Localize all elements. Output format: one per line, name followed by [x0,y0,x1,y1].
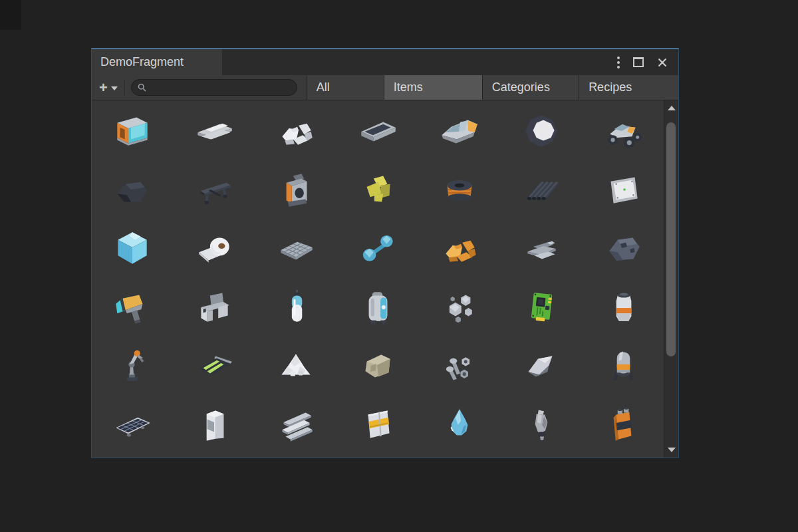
metal-plates-icon [192,109,236,153]
item-fabricator[interactable] [255,160,337,219]
item-rover[interactable] [582,102,664,160]
tab-recipes[interactable]: Recipes [579,75,678,100]
item-fabric-roll[interactable] [174,219,255,277]
search-box[interactable] [131,79,297,96]
wire-spool-icon [438,168,481,211]
toolbar-divider [124,80,125,96]
escape-capsule-icon [601,343,645,387]
item-shuttle-cockpit[interactable] [418,102,500,160]
water-drop-icon [438,402,481,446]
copper-ore-icon [438,226,481,270]
scrollbar-thumb[interactable] [666,122,676,356]
coal-chunk-icon [110,168,154,211]
bolts-and-nuts-icon [438,343,481,387]
maximize-icon[interactable] [633,57,644,67]
storage-locker-icon [192,402,236,446]
rover-icon [601,109,645,153]
plus-icon: + [99,81,108,94]
fabric-roll-icon [192,226,236,270]
sulfur-crystal-icon [356,168,400,211]
scroll-down-arrow-icon[interactable] [668,448,676,452]
item-conveyor-belt[interactable] [337,102,419,160]
item-wheel-disc[interactable] [500,102,582,160]
kebab-menu-icon[interactable] [617,57,620,68]
conveyor-belt-icon [356,109,400,153]
item-asteroid[interactable] [582,219,664,277]
item-grid-area [92,100,678,458]
fabricator-icon [274,168,318,211]
item-bolts-and-nuts[interactable] [418,336,500,394]
item-console-desk[interactable] [174,277,255,336]
rock-debris-icon [274,109,318,153]
item-solar-panel[interactable] [92,394,174,453]
item-control-panel[interactable] [582,160,664,219]
item-pipes[interactable] [500,160,582,219]
item-cart-frame[interactable] [174,160,255,219]
item-scanner-tool[interactable] [92,277,174,336]
life-support-pack-icon [356,285,400,329]
window-titlebar: DemoFragment [92,49,678,75]
robotic-arm-icon [110,343,154,387]
item-scrap-sack[interactable] [500,394,582,453]
fuel-canister-icon [601,285,645,329]
item-copper-ore[interactable] [418,219,500,277]
tab-categories[interactable]: Categories [482,75,579,100]
close-icon[interactable] [657,57,668,68]
editor-window: DemoFragment + AllItemsCatego [91,48,679,458]
tab-items[interactable]: Items [384,75,482,100]
item-stone-shard[interactable] [500,336,582,394]
item-floor-grate[interactable] [255,219,337,277]
scroll-up-arrow-icon[interactable] [668,106,676,110]
vertical-scrollbar[interactable] [664,100,678,458]
circuit-board-icon [519,285,563,329]
item-storage-locker[interactable] [174,394,255,453]
floor-grate-icon [274,226,318,270]
item-coal-chunk[interactable] [92,160,174,219]
item-sulfur-crystal[interactable] [337,160,419,219]
item-fuel-canister[interactable] [582,277,664,336]
oxygen-tank-icon [274,285,318,329]
item-life-support-pack[interactable] [337,277,419,336]
battery-icon [601,402,645,446]
light-panel-icon [192,343,236,387]
item-wall-panel[interactable] [337,394,419,453]
search-input[interactable] [150,82,291,93]
item-gravel-pebbles[interactable] [418,277,500,336]
window-controls [617,49,678,75]
filter-tabs: AllItemsCategoriesRecipes [307,75,678,100]
item-salt-pile[interactable] [255,336,337,394]
solar-panel-icon [110,402,154,446]
wheel-disc-icon [519,109,563,153]
add-button[interactable]: + [99,81,118,94]
item-water-drop[interactable] [418,394,500,453]
item-oxygen-tank[interactable] [255,277,337,336]
item-escape-capsule[interactable] [582,336,664,394]
asteroid-icon [601,226,645,270]
blue-dumbbell-icon [356,226,400,270]
item-printer-box[interactable] [92,102,174,160]
item-wire-spool[interactable] [418,160,500,219]
window-tab-demofragment[interactable]: DemoFragment [92,49,222,75]
item-ice-cube[interactable] [92,219,174,277]
items-grid [92,100,664,458]
item-light-panel[interactable] [174,336,255,394]
item-rock-debris[interactable] [255,102,337,160]
tab-all[interactable]: All [307,75,384,100]
cart-frame-icon [192,168,236,211]
item-blue-dumbbell[interactable] [337,219,419,277]
item-circuit-board[interactable] [500,277,582,336]
wall-panel-icon [356,402,400,446]
item-steel-beams[interactable] [255,394,337,453]
chevron-down-icon [111,86,118,90]
item-metal-plates[interactable] [174,102,255,160]
item-battery[interactable] [582,394,664,453]
item-robotic-arm[interactable] [92,336,174,394]
toolbar: + AllItemsCategoriesRecipes [92,75,678,100]
stone-shard-icon [519,343,563,387]
stone-slabs-icon [519,226,563,270]
steel-beams-icon [274,402,318,446]
gravel-pebbles-icon [438,285,481,329]
item-stone-slabs[interactable] [500,219,582,277]
item-ore-block[interactable] [337,336,419,394]
screen-corner-patch [0,0,21,30]
